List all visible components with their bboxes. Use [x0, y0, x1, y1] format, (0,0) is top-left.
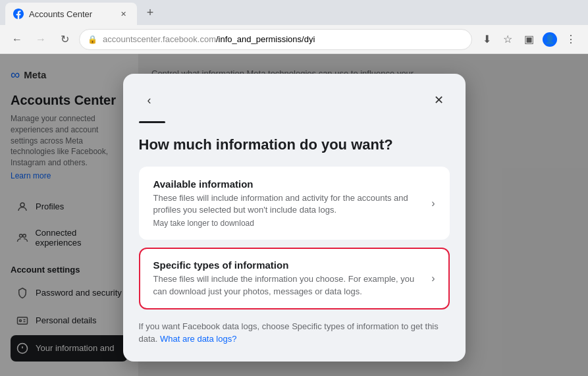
address-path: /info_and_permissions/dyi: [216, 34, 315, 44]
back-button[interactable]: ←: [8, 30, 26, 49]
bookmark-button[interactable]: ☆: [498, 30, 517, 49]
address-bar[interactable]: 🔒 accountscenter.facebook.com/info_and_p…: [79, 29, 472, 50]
refresh-button[interactable]: ↻: [55, 30, 74, 49]
address-text: accountscenter.facebook.com/info_and_per…: [103, 34, 464, 44]
sidebar-toggle-button[interactable]: ▣: [520, 30, 538, 49]
data-logs-link[interactable]: What are data logs?: [160, 334, 236, 344]
download-page-button[interactable]: ⬇: [477, 30, 496, 49]
lock-icon: 🔒: [88, 35, 97, 44]
chevron-right-icon-2: ›: [431, 273, 435, 284]
modal-overlay: ‹ ✕ How much information do you want? Av…: [0, 54, 588, 376]
browser-tab[interactable]: Accounts Center ✕: [5, 3, 137, 25]
option-available-title: Available information: [153, 178, 424, 190]
option-specific-desc: These files will include the information…: [153, 273, 424, 297]
forward-icon: →: [36, 34, 46, 45]
star-icon: ☆: [503, 33, 512, 45]
more-options-button[interactable]: ⋮: [562, 30, 580, 49]
address-host: accountscenter.facebook.com: [103, 34, 216, 44]
refresh-icon: ↻: [61, 33, 69, 45]
nav-actions: ⬇ ☆ ▣ 👤 ⋮: [477, 30, 580, 49]
tab-close-button[interactable]: ✕: [117, 8, 129, 20]
new-tab-button[interactable]: +: [141, 3, 159, 22]
option-available-desc: These files will include information and…: [153, 192, 424, 216]
modal-title: How much information do you want?: [139, 136, 450, 153]
option-available-subtitle: May take longer to download: [153, 219, 424, 228]
navigation-bar: ← → ↻ 🔒 accountscenter.facebook.com/info…: [0, 25, 588, 54]
facebook-favicon: [13, 9, 24, 19]
browser-frame: Accounts Center ✕ + ← → ↻ 🔒 accountscent…: [0, 0, 588, 376]
chevron-right-icon: ›: [431, 198, 435, 209]
option-card-specific[interactable]: Specific types of information These file…: [139, 248, 450, 309]
profile-button[interactable]: 👤: [541, 30, 559, 49]
modal-footer: If you want Facebook data logs, choose S…: [139, 320, 450, 346]
close-icon: ✕: [434, 93, 444, 107]
option-card-available[interactable]: Available information These files will i…: [139, 167, 450, 240]
modal-header: ‹ ✕: [139, 90, 450, 111]
modal-back-button[interactable]: ‹: [139, 90, 160, 111]
tab-bar: Accounts Center ✕ +: [0, 0, 588, 25]
back-chevron-icon: ‹: [147, 94, 151, 107]
sidebar-icon: ▣: [524, 33, 534, 45]
modal-dialog: ‹ ✕ How much information do you want? Av…: [123, 74, 466, 362]
option-card-specific-content: Specific types of information These file…: [153, 259, 424, 297]
download-icon: ⬇: [483, 33, 491, 45]
tab-title: Accounts Center: [29, 9, 112, 19]
modal-divider: [139, 121, 165, 123]
more-icon: ⋮: [566, 33, 576, 45]
back-icon: ←: [12, 34, 22, 45]
option-card-available-content: Available information These files will i…: [153, 178, 424, 228]
option-specific-title: Specific types of information: [153, 259, 424, 271]
modal-close-button[interactable]: ✕: [429, 90, 450, 111]
profile-icon: 👤: [543, 32, 557, 47]
page-content: ∞ Meta Accounts Center Manage your conne…: [0, 54, 588, 376]
forward-button[interactable]: →: [32, 30, 50, 49]
